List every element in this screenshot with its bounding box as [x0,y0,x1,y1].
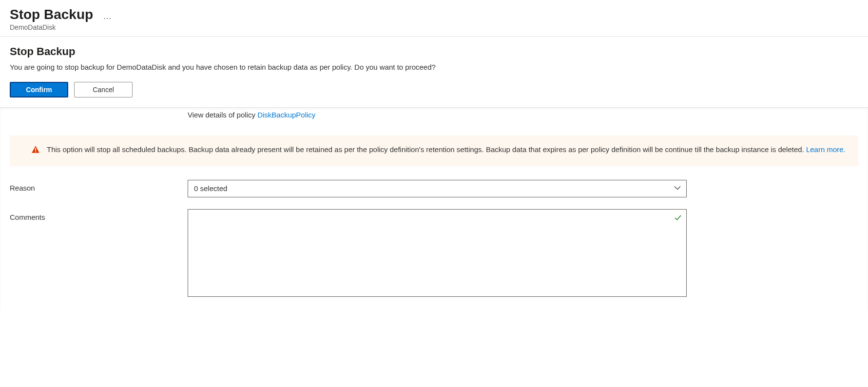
chevron-down-icon [674,184,681,193]
cancel-button[interactable]: Cancel [74,82,133,97]
page-subtitle: DemoDataDisk [10,23,858,31]
alert-message: This option will stop all scheduled back… [47,145,806,154]
warning-icon [31,144,40,157]
dialog-title: Stop Backup [10,45,858,58]
alert-text: This option will stop all scheduled back… [47,144,846,155]
policy-details-line: View details of policy DiskBackupPolicy [0,108,868,119]
comments-textarea[interactable] [188,209,687,297]
more-actions-icon[interactable]: … [103,8,112,21]
policy-link[interactable]: DiskBackupPolicy [257,111,315,119]
dialog-message: You are going to stop backup for DemoDat… [10,63,858,71]
confirm-button[interactable]: Confirm [10,82,68,97]
learn-more-link[interactable]: Learn more. [806,145,846,154]
confirmation-dialog: Stop Backup You are going to stop backup… [0,37,868,107]
comments-label: Comments [10,209,188,221]
page-title: Stop Backup [10,7,93,22]
reason-select[interactable]: 0 selected [188,180,687,197]
page-header: Stop Backup … DemoDataDisk [0,0,868,37]
svg-rect-1 [35,151,36,152]
svg-rect-0 [35,148,36,151]
reason-label: Reason [10,180,188,192]
policy-prefix: View details of policy [188,111,257,119]
warning-alert: This option will stop all scheduled back… [10,135,858,166]
reason-selected-value: 0 selected [194,184,227,193]
